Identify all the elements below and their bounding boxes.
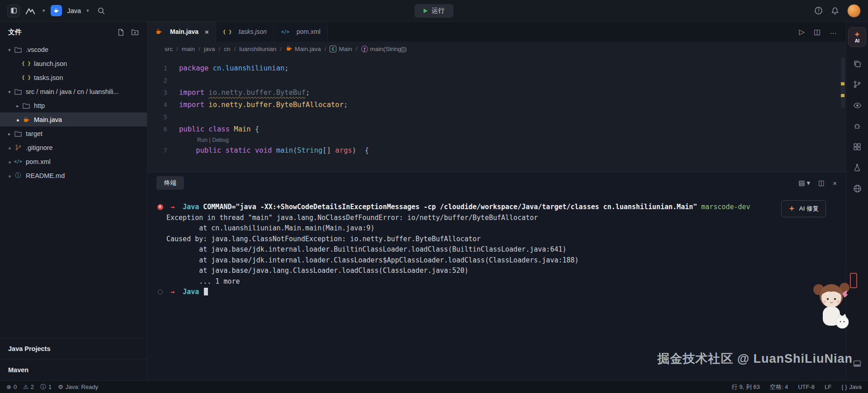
code-text: package cn.luanshiliunian; [179,62,289,75]
tree-item-gitignore[interactable]: .gitignore [0,140,147,154]
help-icon[interactable]: ? [814,6,823,15]
breadcrumb-luanshiliunian[interactable]: luanshiliunian [239,46,276,52]
tree-item-target[interactable]: ▸target [0,126,147,140]
status-eol[interactable]: LF [825,384,831,390]
tree-item-tasks-json[interactable]: { }tasks.json [0,70,147,84]
java-icon [22,116,31,123]
test-flask-icon[interactable] [846,157,868,178]
breadcrumb-main-java[interactable]: Main.java [285,45,321,53]
more-actions-button[interactable]: … [830,28,837,36]
terminal-text: at java.base/jdk.internal.loader.ClassLo… [166,255,579,266]
split-editor-button[interactable]: ◫ [814,28,821,36]
status-warning-count[interactable]: ⚠2 [23,384,34,390]
chevron-right-icon[interactable]: ▸ [14,103,22,108]
breadcrumb-cn[interactable]: cn [224,46,230,52]
close-panel-button[interactable]: × [833,179,837,187]
breadcrumb-main[interactable]: CMain [330,46,352,52]
overview-warning-mark [841,82,844,85]
ai-fix-button[interactable]: AI 修复 [781,200,826,217]
braces-icon: { } [223,29,232,35]
folder-icon [14,89,23,95]
breadcrumb-java[interactable]: java [204,46,215,52]
terminal-layout-button[interactable]: ▤ ▾ [798,179,810,187]
tree-item-label: README.md [26,172,65,179]
tree-item-http[interactable]: ▸http [0,98,147,112]
tab-terminal[interactable]: 终端 [156,176,184,190]
user-avatar[interactable] [847,4,861,18]
terminal-line: ... 1 more [154,276,846,287]
extensions-icon[interactable] [846,136,868,157]
run-button[interactable]: 运行 [415,4,453,18]
braces-icon: { } [22,75,31,80]
chevron-down-icon[interactable]: ▾ [86,8,89,14]
tree-item-readme-md[interactable]: ⓘREADME.md [0,168,147,182]
titlebar-right: ? [814,4,861,18]
breadcrumb-separator: / [356,46,358,52]
workspace-name[interactable]: Java [67,7,81,14]
terminal-line: at cn.luanshiliunian.Main.main(Main.java… [154,223,846,234]
notifications-bell-icon[interactable] [831,7,839,15]
new-file-icon[interactable] [117,28,125,36]
editor-scrollbar[interactable] [840,56,846,172]
tree-item-pom-xml[interactable]: </>pom.xml [0,154,147,168]
section-java-projects[interactable]: Java Projects [0,338,147,359]
status-indentation[interactable]: 空格: 4 [770,383,788,391]
breadcrumb-separator: / [219,46,221,52]
breadcrumb-main-string[interactable]: ƒmain(String[]) [361,46,407,52]
close-tab-icon[interactable]: × [205,28,209,36]
tab-label: tasks.json [239,28,267,35]
app-menu-icon[interactable] [7,5,20,17]
status-error-count[interactable]: ⊗0 [6,384,17,390]
ai-panel-button[interactable]: AI [848,27,866,47]
breadcrumb-label: src [165,46,173,52]
tree-item-label: launch.json [34,60,67,67]
status-java-status[interactable]: ⚙Java: Ready [58,384,98,390]
info-icon: ⓘ [14,172,23,180]
code-text: public static void main(String[] args) { [179,145,369,157]
source-control-icon[interactable] [846,74,868,95]
tree-item-vscode[interactable]: ▾.vscode [0,42,147,56]
new-folder-icon[interactable] [131,28,139,36]
tab-main-java[interactable]: Main.java× [147,22,216,42]
ide-window: ▾ Java ▾ 运行 ? [0,0,868,393]
codelens-debug-link[interactable]: Debug [212,137,229,143]
browser-globe-icon[interactable] [846,178,868,199]
code-editor[interactable]: 1package cn.luanshiliunian;23import io.n… [147,56,846,172]
titlebar-left: ▾ Java ▾ [7,5,105,17]
breadcrumb-main[interactable]: main [182,46,195,52]
tab-tasks-json[interactable]: { }tasks.json [216,22,274,42]
terminal-text: → Java COMMAND="java -XX:+ShowCodeDetail… [166,202,750,213]
status-value: 2 [31,384,34,390]
preview-eye-icon[interactable] [846,95,868,116]
method-symbol-icon: ƒ [361,46,368,52]
run-file-button[interactable]: ▷ [799,28,805,36]
terminal-line: at java.base/jdk.internal.loader.Builtin… [154,244,846,255]
chat-copy-icon[interactable] [846,53,868,74]
tree-item-main-java[interactable]: Main.java [0,112,147,126]
terminal-text: at cn.luanshiliunian.Main.main(Main.java… [166,223,375,234]
command-failed-icon [154,204,166,210]
status-cursor-position[interactable]: 行 9, 列 63 [732,383,760,391]
search-icon[interactable] [97,7,105,15]
java-icon [154,28,163,35]
mascot-seal [850,273,857,288]
section-maven[interactable]: Maven [0,359,147,380]
split-terminal-button[interactable]: ◫ [818,179,825,187]
chevron-down-icon[interactable]: ▾ [5,47,14,52]
tab-pom-xml[interactable]: </>pom.xml [274,22,328,42]
chevron-down-icon[interactable]: ▾ [5,89,14,94]
codelens-run-link[interactable]: Run [197,137,208,143]
breadcrumb-src[interactable]: src [165,46,173,52]
status-encoding[interactable]: UTF-8 [798,384,815,390]
chevron-right-icon[interactable]: ▸ [5,131,14,136]
tree-item-launch-json[interactable]: { }launch.json [0,56,147,70]
debug-icon[interactable] [846,116,868,136]
status-language-mode[interactable]: { }Java [841,384,862,390]
workspace-env-icon [51,5,62,16]
status-info-count[interactable]: ⓘ1 [40,383,52,391]
editor-actions: ▷◫… [790,22,846,42]
marscode-logo-icon[interactable] [25,7,37,15]
terminal-line: at java.base/java.lang.ClassLoader.loadC… [154,266,846,276]
tree-item-src-main-java-cn-luanshili[interactable]: ▾src / main / java / cn / luanshili... [0,84,147,98]
chevron-down-icon[interactable]: ▾ [42,8,45,14]
